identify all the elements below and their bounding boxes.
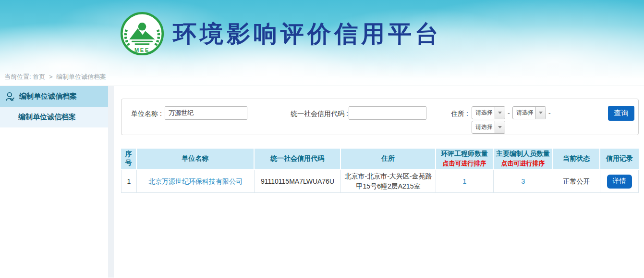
sidebar-subitem-credit-archive[interactable]: 编制单位诚信档案 — [0, 107, 108, 127]
sidebar-item-credit-archive[interactable]: 编制单位诚信档案 — [0, 86, 108, 107]
col-company-name: 单位名称 — [137, 149, 255, 170]
engineer-sort-hint[interactable]: 点击可进行排序 — [437, 159, 492, 168]
row-seq: 1 — [121, 170, 137, 193]
row-credit-code: 91110115MA7LWUA76U — [255, 170, 341, 193]
address-province-select[interactable]: 请选择 — [472, 106, 505, 119]
address-district-value[interactable]: 请选择 — [472, 121, 495, 133]
col-staff-count[interactable]: 主要编制人员数量 点击可进行排序 — [494, 149, 553, 170]
company-name-label: 单位名称 : — [131, 110, 162, 118]
col-engineer-count[interactable]: 环评工程师数量 点击可进行排序 — [436, 149, 494, 170]
col-address: 住所 — [341, 149, 436, 170]
chevron-down-icon[interactable] — [495, 121, 505, 133]
sidebar-divider — [108, 86, 114, 278]
breadcrumb: 当前位置: 首页 > 编制单位诚信档案 — [0, 68, 644, 86]
col-credit-code: 统一社会信用代码 — [255, 149, 341, 170]
breadcrumb-separator: > — [49, 73, 53, 80]
col-status: 当前状态 — [553, 149, 600, 170]
row-company-cell: 北京万源世纪环保科技有限公司 — [137, 170, 255, 193]
breadcrumb-home-link[interactable]: 首页 — [33, 73, 45, 80]
credit-code-input[interactable] — [349, 106, 426, 120]
col-seq: 序号 — [121, 149, 137, 170]
brand: MEE 环境影响评价信用平台 — [120, 12, 442, 56]
address-city-value[interactable]: 请选择 — [513, 107, 535, 119]
site-header: MEE 环境影响评价信用平台 当前位置: 首页 > 编制单位诚信档案 — [0, 0, 644, 86]
address-city-select[interactable]: 请选择 — [512, 106, 546, 119]
mee-logo-icon: MEE — [120, 12, 164, 56]
detail-button[interactable]: 详情 — [607, 175, 632, 189]
results-table: 序号 单位名称 统一社会信用代码 住所 环评工程师数量 点击可进行排序 主要编制… — [121, 149, 639, 193]
user-check-icon — [5, 91, 15, 102]
table-row: 1 北京万源世纪环保科技有限公司 91110115MA7LWUA76U 北京市-… — [121, 170, 639, 193]
col-credit-record: 信用记录 — [600, 149, 639, 170]
credit-code-label: 统一社会信用代码 : — [291, 110, 348, 118]
main-panel: 单位名称 : 统一社会信用代码 : 住所 : 请选择 - 请选择 - 请选择 查… — [114, 86, 644, 278]
breadcrumb-label: 当前位置: — [4, 73, 31, 80]
sidebar-item-label: 编制单位诚信档案 — [19, 92, 77, 101]
staff-count-link[interactable]: 3 — [522, 177, 525, 185]
row-engineer-cell: 1 — [436, 170, 494, 193]
page-title: 环境影响评价信用平台 — [173, 12, 442, 56]
row-staff-cell: 3 — [494, 170, 553, 193]
sidebar-subitem-label: 编制单位诚信档案 — [18, 113, 76, 122]
address-dash-1: - — [508, 109, 510, 117]
breadcrumb-current: 编制单位诚信档案 — [56, 73, 106, 80]
company-name-link[interactable]: 北京万源世纪环保科技有限公司 — [148, 177, 243, 185]
row-status: 正常公开 — [553, 170, 600, 193]
address-district-select[interactable]: 请选择 — [472, 121, 505, 134]
sidebar: 编制单位诚信档案 编制单位诚信档案 — [0, 86, 108, 278]
table-header-row: 序号 单位名称 统一社会信用代码 住所 环评工程师数量 点击可进行排序 主要编制… — [121, 149, 639, 170]
query-button[interactable]: 查询 — [608, 106, 634, 121]
address-province-value[interactable]: 请选择 — [472, 107, 495, 119]
col-engineer-count-label: 环评工程师数量 — [437, 150, 492, 158]
chevron-down-icon[interactable] — [535, 107, 546, 119]
company-name-input[interactable] — [165, 106, 247, 120]
staff-sort-hint[interactable]: 点击可进行排序 — [495, 159, 551, 168]
search-panel: 单位名称 : 统一社会信用代码 : 住所 : 请选择 - 请选择 - 请选择 查… — [121, 99, 639, 135]
logo-text: MEE — [134, 47, 150, 53]
row-detail-cell: 详情 — [600, 170, 639, 193]
row-address: 北京市-北京市-大兴区-金苑路甲15号6幢2层A215室 — [341, 170, 436, 193]
content-area: 编制单位诚信档案 编制单位诚信档案 单位名称 : 统一社会信用代码 : 住所 :… — [0, 86, 644, 278]
engineer-count-link[interactable]: 1 — [463, 177, 467, 185]
col-staff-count-label: 主要编制人员数量 — [495, 150, 551, 158]
chevron-down-icon[interactable] — [495, 107, 505, 119]
address-label: 住所 : — [451, 110, 468, 118]
address-dash-2: - — [548, 109, 551, 117]
